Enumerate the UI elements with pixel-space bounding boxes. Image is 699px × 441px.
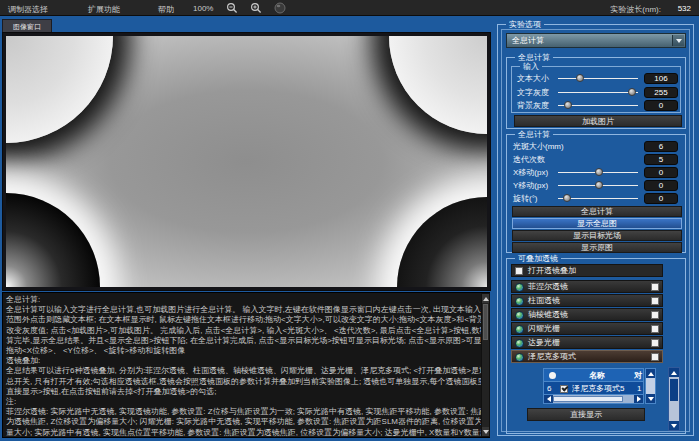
radio-column-icon [549,372,556,379]
lens-icon [515,311,524,320]
lens-item-label: 菲涅尔透镜 [528,282,568,291]
sphere-tool-icon[interactable] [274,2,286,14]
lens-item-checkbox[interactable] [651,353,659,361]
help-text-area[interactable]: 全息计算: 全息计算可以输入文字进行全息计算,也可加载图片进行全息计算。 输入文… [2,292,490,438]
lens-item-fresnel[interactable]: 菲涅尔透镜 [511,280,663,293]
iterations-value[interactable]: 5 [644,154,678,165]
table-v-scrollbar[interactable] [645,368,656,404]
lens-item-label: 闪耀光栅 [528,324,560,333]
name-column-header: 名称 [562,369,632,382]
lens-icon [515,353,524,362]
master-overlay-checkbox[interactable] [515,267,523,275]
iterations-label: 迭代次数 [513,154,545,165]
help-text-scrollbar[interactable] [481,293,490,437]
wavelength-value: 532 [678,4,691,13]
lens-icon [515,283,524,292]
mode-select-dropdown[interactable]: 全息计算 [506,33,686,48]
x-shift-slider[interactable] [558,167,638,178]
bg-gray-label: 背景灰度 [517,100,549,111]
hologram-phase-image[interactable] [6,36,487,287]
lens-item-checkbox[interactable] [651,339,659,347]
lens-item-label: 达曼光栅 [528,338,560,347]
menu-modulator-select[interactable]: 调制器选择 [8,4,48,15]
text-gray-value: 255 [644,87,678,98]
table-h-scroll-thumb[interactable] [553,396,623,402]
text-size-slider[interactable] [558,73,638,84]
tab-image-window[interactable]: 图像窗口 [2,19,52,32]
lens-icon [515,339,524,348]
holo-calc-button[interactable]: 全息计算 [512,206,682,217]
scroll-up-icon[interactable] [482,294,489,303]
scroll-down-icon[interactable] [646,394,655,403]
lens-item-checkbox[interactable] [651,311,659,319]
scroll-left-icon[interactable] [544,395,553,403]
help-scroll-thumb[interactable] [483,304,488,340]
spot-size-value[interactable]: 6 [644,141,678,152]
clipped-column-header: 对 [634,369,644,382]
text-size-label: 文本大小 [517,73,549,84]
rotation-value: 0 [644,193,678,204]
menu-help[interactable]: 帮助 [158,4,174,15]
row-checkbox[interactable] [560,385,568,393]
rotation-label: 旋转(°) [513,193,538,204]
mode-select-value: 全息计算 [512,36,544,45]
lens-item-cylindrical[interactable]: 柱面透镜 [511,294,663,307]
phase-zone-bottom-left [6,193,100,287]
show-hologram-button[interactable]: 显示全息图 [512,218,682,229]
master-overlay-label: 打开透镜叠加 [528,266,576,275]
scroll-down-icon[interactable] [669,421,679,430]
holo-calc-group-2-title: 全息计算 [515,130,553,139]
menu-extensions[interactable]: 扩展功能 [88,4,120,15]
lens-item-label: 柱面透镜 [528,296,560,305]
master-overlay-checkbox-row[interactable]: 打开透镜叠加 [511,264,663,277]
lens-icon [515,325,524,334]
experiment-options-title: 实验选项 [506,20,544,29]
lens-item-label: 轴棱锥透镜 [528,310,568,319]
zernike-table-header: 名称 对 [544,369,643,382]
lens-item-checkbox[interactable] [651,283,659,291]
input-subgroup-title: 输入 [520,62,542,71]
holo-calc-group-1-title: 全息计算 [515,53,553,62]
x-shift-value: 0 [644,167,678,178]
lens-item-checkbox[interactable] [651,325,659,333]
y-shift-slider[interactable] [558,180,638,191]
direct-show-button[interactable]: 直接显示 [527,408,645,421]
scroll-down-icon[interactable] [482,427,489,436]
text-gray-slider[interactable] [558,87,638,98]
lens-item-axicon[interactable]: 轴棱锥透镜 [511,308,663,321]
zernike-table[interactable]: 名称 对 6 泽尼克多项式5 1 [543,368,644,404]
rotation-slider[interactable] [558,193,638,204]
scroll-right-icon[interactable] [634,395,643,403]
text-size-value: 106 [644,73,678,84]
zoom-out-icon[interactable] [226,2,238,14]
lens-overlay-group-title: 可叠加透镜 [515,254,561,263]
zoom-in-icon[interactable] [250,2,262,14]
lens-panel-scrollbar[interactable] [668,367,680,431]
image-display-window[interactable] [2,32,491,291]
y-shift-label: Y移动(px) [513,180,548,191]
phase-zone-top-right [389,36,487,134]
bg-gray-value: 0 [644,100,678,111]
lens-item-zernike[interactable]: 泽尼克多项式 [511,350,663,363]
y-shift-value: 0 [644,180,678,191]
lens-item-blazed-grating[interactable]: 闪耀光栅 [511,322,663,335]
spot-size-label: 光斑大小(mm) [513,141,564,152]
lens-panel-scroll-thumb[interactable] [670,379,678,401]
phase-zone-top-left [6,36,113,143]
text-gray-label: 文字灰度 [517,87,549,98]
scroll-up-icon[interactable] [646,369,655,378]
lens-item-checkbox[interactable] [651,297,659,305]
scroll-up-icon[interactable] [669,368,679,377]
phase-zone-bottom-right [397,197,487,287]
load-image-button[interactable]: 加载图片 [514,115,682,127]
show-target-field-button[interactable]: 显示目标光场 [512,230,682,241]
wavelength-label: 实验波长(nm): [610,4,661,15]
chevron-down-icon[interactable] [672,35,684,46]
lens-item-dammann-grating[interactable]: 达曼光栅 [511,336,663,349]
x-shift-label: X移动(px) [513,167,548,178]
zoom-level-label: 100% [193,4,213,13]
bg-gray-slider[interactable] [558,100,638,111]
menu-bar: 调制器选择 扩展功能 帮助 100% 实验波长(nm): 532 [0,0,699,16]
show-original-button[interactable]: 显示原图 [512,242,682,253]
table-h-scrollbar[interactable] [544,394,643,403]
